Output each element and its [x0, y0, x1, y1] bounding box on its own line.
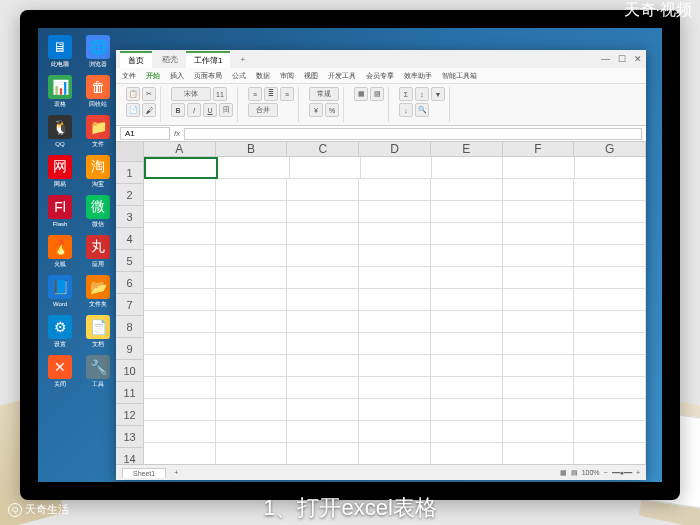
menu-开始[interactable]: 开始 — [146, 71, 160, 81]
column-header-D[interactable]: D — [359, 142, 431, 157]
cell-E11[interactable] — [431, 377, 503, 399]
cell-C8[interactable] — [287, 311, 359, 333]
cell-style-button[interactable]: ▨ — [370, 87, 384, 101]
align-right-button[interactable]: ≡ — [280, 87, 294, 101]
column-header-A[interactable]: A — [144, 142, 216, 157]
cell-A5[interactable] — [144, 245, 216, 267]
cell-B4[interactable] — [216, 223, 288, 245]
cell-F10[interactable] — [503, 355, 575, 377]
cell-F13[interactable] — [503, 421, 575, 443]
cell-B9[interactable] — [216, 333, 288, 355]
row-header-5[interactable]: 5 — [116, 250, 143, 272]
cell-D6[interactable] — [359, 267, 431, 289]
fill-button[interactable]: ↓ — [399, 103, 413, 117]
cell-C11[interactable] — [287, 377, 359, 399]
cell-G14[interactable] — [574, 443, 646, 464]
cell-F12[interactable] — [503, 399, 575, 421]
format-painter-button[interactable]: 🖌 — [142, 103, 156, 117]
cell-G1[interactable] — [575, 157, 646, 179]
cell-F4[interactable] — [503, 223, 575, 245]
cell-G4[interactable] — [574, 223, 646, 245]
cell-B8[interactable] — [216, 311, 288, 333]
cell-B5[interactable] — [216, 245, 288, 267]
sort-button[interactable]: ↕ — [415, 87, 429, 101]
cell-C10[interactable] — [287, 355, 359, 377]
tab-docer[interactable]: 稻壳 — [154, 52, 186, 67]
cell-C1[interactable] — [290, 157, 361, 179]
menu-智能工具箱[interactable]: 智能工具箱 — [442, 71, 477, 81]
cell-D14[interactable] — [359, 443, 431, 464]
cell-E3[interactable] — [431, 201, 503, 223]
cell-G11[interactable] — [574, 377, 646, 399]
column-header-E[interactable]: E — [431, 142, 503, 157]
row-header-7[interactable]: 7 — [116, 294, 143, 316]
row-header-10[interactable]: 10 — [116, 360, 143, 382]
desktop-icon-10[interactable]: 🔥火狐 — [42, 232, 78, 270]
close-button[interactable]: ✕ — [634, 54, 642, 64]
maximize-button[interactable]: ☐ — [618, 54, 626, 64]
italic-button[interactable]: I — [187, 103, 201, 117]
row-header-2[interactable]: 2 — [116, 184, 143, 206]
menu-插入[interactable]: 插入 — [170, 71, 184, 81]
cell-F7[interactable] — [503, 289, 575, 311]
cell-G12[interactable] — [574, 399, 646, 421]
cell-F2[interactable] — [503, 179, 575, 201]
cell-G13[interactable] — [574, 421, 646, 443]
row-header-14[interactable]: 14 — [116, 448, 143, 464]
desktop-icon-2[interactable]: 📊表格 — [42, 72, 78, 110]
cell-G8[interactable] — [574, 311, 646, 333]
cell-C6[interactable] — [287, 267, 359, 289]
cell-E1[interactable] — [432, 157, 503, 179]
cell-B13[interactable] — [216, 421, 288, 443]
cell-E12[interactable] — [431, 399, 503, 421]
cell-C12[interactable] — [287, 399, 359, 421]
cell-G2[interactable] — [574, 179, 646, 201]
select-all-corner[interactable] — [116, 142, 143, 162]
cell-D1[interactable] — [361, 157, 432, 179]
menu-视图[interactable]: 视图 — [304, 71, 318, 81]
percent-button[interactable]: % — [325, 103, 339, 117]
cell-F6[interactable] — [503, 267, 575, 289]
cell-D13[interactable] — [359, 421, 431, 443]
cell-A1[interactable] — [144, 157, 218, 179]
cell-B7[interactable] — [216, 289, 288, 311]
add-sheet-button[interactable]: + — [168, 469, 184, 476]
number-format[interactable]: 常规 — [309, 87, 339, 101]
merge-button[interactable]: 合并 — [248, 103, 278, 117]
tab-add[interactable]: + — [232, 53, 253, 66]
cell-F8[interactable] — [503, 311, 575, 333]
cell-F3[interactable] — [503, 201, 575, 223]
cell-G7[interactable] — [574, 289, 646, 311]
cell-A3[interactable] — [144, 201, 216, 223]
cell-D2[interactable] — [359, 179, 431, 201]
cell-D11[interactable] — [359, 377, 431, 399]
cell-B11[interactable] — [216, 377, 288, 399]
desktop-icon-14[interactable]: ⚙设置 — [42, 312, 78, 350]
zoom-out-button[interactable]: − — [604, 469, 608, 476]
cell-D5[interactable] — [359, 245, 431, 267]
underline-button[interactable]: U — [203, 103, 217, 117]
desktop-icon-6[interactable]: 网网易 — [42, 152, 78, 190]
menu-开发工具[interactable]: 开发工具 — [328, 71, 356, 81]
cell-E5[interactable] — [431, 245, 503, 267]
cell-E13[interactable] — [431, 421, 503, 443]
zoom-level[interactable]: 100% — [582, 469, 600, 476]
desktop-icon-5[interactable]: 📁文件 — [80, 112, 116, 150]
desktop-icon-13[interactable]: 📂文件夹 — [80, 272, 116, 310]
cell-E7[interactable] — [431, 289, 503, 311]
cell-A7[interactable] — [144, 289, 216, 311]
desktop-icon-16[interactable]: ✕关闭 — [42, 352, 78, 390]
bold-button[interactable]: B — [171, 103, 185, 117]
align-left-button[interactable]: ≡ — [248, 87, 262, 101]
cell-E8[interactable] — [431, 311, 503, 333]
zoom-in-button[interactable]: + — [636, 469, 640, 476]
view-normal-icon[interactable]: ▦ — [560, 469, 567, 477]
cell-F5[interactable] — [503, 245, 575, 267]
cell-G6[interactable] — [574, 267, 646, 289]
row-header-3[interactable]: 3 — [116, 206, 143, 228]
desktop-icon-11[interactable]: 丸应用 — [80, 232, 116, 270]
row-header-8[interactable]: 8 — [116, 316, 143, 338]
cell-C9[interactable] — [287, 333, 359, 355]
cell-C2[interactable] — [287, 179, 359, 201]
menu-数据[interactable]: 数据 — [256, 71, 270, 81]
